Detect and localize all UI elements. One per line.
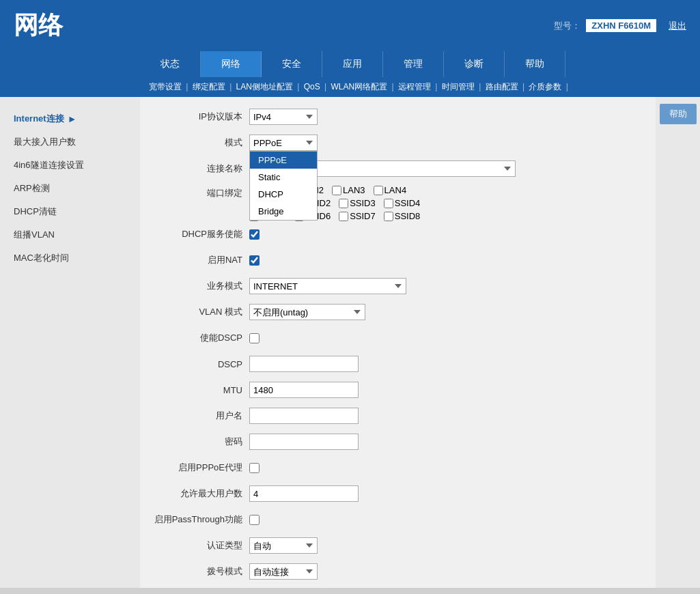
mode-dropdown-container: PPPoE PPPoE Static DHCP Bridge	[249, 135, 318, 151]
dscp-row: DSCP	[154, 354, 642, 373]
sidebar-label-mac: MAC老化时间	[14, 252, 69, 264]
ip-protocol-row: IP协议版本 IPv4	[154, 107, 642, 126]
sidebar-item-dhcp[interactable]: DHCP清链	[0, 200, 140, 223]
sidebar-item-maxusers[interactable]: 最大接入用户数	[0, 130, 140, 154]
port-ssid7-label: SSID7	[350, 211, 376, 221]
subnav-route[interactable]: 路由配置	[486, 82, 518, 91]
tab-security[interactable]: 安全	[262, 51, 322, 77]
username-input[interactable]	[249, 408, 359, 424]
port-lan4-label: LAN4	[384, 185, 407, 195]
subnav-time[interactable]: 时间管理	[442, 82, 475, 91]
tab-application[interactable]: 应用	[322, 51, 383, 77]
port-ssid4-label: SSID4	[395, 198, 421, 208]
business-mode-label: 业务模式	[154, 280, 249, 292]
sidebar: Internet连接 ► 最大接入用户数 4in6隧道连接设置 ARP检测 DH…	[0, 97, 140, 588]
mode-label: 模式	[154, 137, 249, 149]
mode-row: 模式 PPPoE PPPoE Static DHCP Bridge	[154, 133, 642, 152]
subnav-remote[interactable]: 远程管理	[398, 82, 431, 91]
dscp-enable-row: 使能DSCP	[154, 328, 642, 348]
subnav-broadband[interactable]: 宽带设置	[149, 82, 182, 91]
nat-checkbox[interactable]	[249, 255, 260, 266]
arrow-icon: ►	[68, 113, 77, 124]
max-users-input[interactable]	[249, 485, 359, 502]
dhcp-service-label: DHCP服务使能	[154, 228, 249, 240]
logout-button[interactable]: 退出	[669, 20, 686, 32]
business-mode-select[interactable]: INTERNET	[249, 278, 406, 294]
passthrough-row: 启用PassThrough功能	[154, 510, 642, 529]
mode-option-dhcp[interactable]: DHCP	[250, 186, 317, 203]
port-ssid8-label: SSID8	[395, 211, 421, 221]
port-ssid4-checkbox[interactable]	[384, 199, 393, 208]
pppoe-proxy-label: 启用PPPoE代理	[154, 462, 249, 474]
port-ssid7: SSID7	[339, 211, 376, 221]
pppoe-proxy-checkbox[interactable]	[249, 463, 260, 473]
model-label: 型号：	[554, 20, 580, 32]
subnav-bind[interactable]: 绑定配置	[193, 82, 225, 91]
password-label: 密码	[154, 436, 249, 448]
max-users-row: 允许最大用户数	[154, 484, 642, 503]
auth-type-select[interactable]: 自动	[249, 537, 318, 554]
mtu-label: MTU	[154, 385, 249, 395]
mode-option-static[interactable]: Static	[250, 169, 317, 186]
port-lan3-label: LAN3	[343, 185, 365, 195]
passthrough-checkbox[interactable]	[249, 515, 260, 525]
username-label: 用户名	[154, 410, 249, 422]
dscp-input[interactable]	[249, 356, 359, 372]
port-ssid4: SSID4	[384, 198, 421, 208]
sidebar-item-arp[interactable]: ARP检测	[0, 177, 140, 200]
sidebar-label-multicast: 组播VLAN	[14, 229, 55, 241]
port-ssid3-checkbox[interactable]	[339, 199, 348, 208]
tab-management[interactable]: 管理	[383, 51, 444, 77]
ip-protocol-dropdown-container: IPv4	[249, 109, 318, 125]
subnav-qos[interactable]: QoS	[304, 82, 320, 91]
password-input[interactable]	[249, 434, 359, 450]
tab-status[interactable]: 状态	[140, 51, 201, 77]
sidebar-item-4in6[interactable]: 4in6隧道连接设置	[0, 154, 140, 177]
mtu-row: MTU	[154, 380, 642, 399]
mode-option-bridge[interactable]: Bridge	[250, 203, 317, 220]
vlan-mode-row: VLAN 模式 不启用(untag)	[154, 302, 642, 322]
sidebar-label-dhcp: DHCP清链	[14, 206, 57, 218]
auth-type-label: 认证类型	[154, 539, 249, 552]
top-header: 网络 型号： ZXHN F6610M 退出	[0, 0, 700, 51]
username-row: 用户名	[154, 406, 642, 425]
dial-mode-row: 拨号模式 自动连接	[154, 562, 642, 581]
port-ssid8-checkbox[interactable]	[384, 212, 393, 221]
passthrough-label: 启用PassThrough功能	[154, 513, 249, 526]
mtu-input[interactable]	[249, 382, 359, 398]
port-lan3-checkbox[interactable]	[332, 186, 341, 195]
dial-mode-select[interactable]: 自动连接	[249, 563, 318, 580]
subnav-media[interactable]: 介质参数	[529, 82, 561, 91]
main-layout: Internet连接 ► 最大接入用户数 4in6隧道连接设置 ARP检测 DH…	[0, 97, 700, 588]
ip-protocol-label: IP协议版本	[154, 111, 249, 123]
model-info: 型号： ZXHN F6610M 退出	[554, 19, 686, 32]
dscp-enable-checkbox[interactable]	[249, 333, 260, 343]
business-mode-row: 业务模式 INTERNET	[154, 277, 642, 296]
subnav-lan[interactable]: LAN侧地址配置	[236, 82, 293, 91]
pppoe-proxy-row: 启用PPPoE代理	[154, 458, 642, 477]
port-lan4-checkbox[interactable]	[374, 186, 383, 195]
sub-nav: 宽带设置 | 绑定配置 | LAN侧地址配置 | QoS | WLAN网络配置 …	[0, 77, 700, 97]
tab-network[interactable]: 网络	[201, 51, 262, 77]
dhcp-service-checkbox[interactable]	[249, 229, 260, 240]
conn-name-row: 连接名称	[154, 159, 642, 178]
tab-diagnosis[interactable]: 诊断	[444, 51, 505, 77]
tab-help[interactable]: 帮助	[505, 51, 565, 77]
mode-option-pppoe[interactable]: PPPoE	[250, 152, 317, 169]
subnav-wlan[interactable]: WLAN网络配置	[331, 82, 388, 91]
dial-mode-label: 拨号模式	[154, 565, 249, 578]
mode-select[interactable]: PPPoE	[249, 135, 318, 151]
vlan-mode-select[interactable]: 不启用(untag)	[249, 304, 365, 320]
sidebar-label-4in6: 4in6隧道连接设置	[14, 159, 84, 171]
sidebar-item-mac[interactable]: MAC老化时间	[0, 246, 140, 270]
port-ssid3: SSID3	[339, 198, 376, 208]
sidebar-item-multicast[interactable]: 组播VLAN	[0, 223, 140, 246]
conn-name-label: 连接名称	[154, 162, 249, 175]
password-row: 密码	[154, 432, 642, 451]
help-button[interactable]: 帮助	[660, 104, 697, 124]
sidebar-item-internet[interactable]: Internet连接 ►	[0, 107, 140, 130]
port-ssid7-checkbox[interactable]	[339, 212, 348, 221]
sidebar-label-arp: ARP检测	[14, 182, 50, 195]
content-area: IP协议版本 IPv4 模式 PPPoE PPPoE Static DHCP B…	[140, 97, 656, 588]
ip-protocol-select[interactable]: IPv4	[249, 109, 318, 125]
